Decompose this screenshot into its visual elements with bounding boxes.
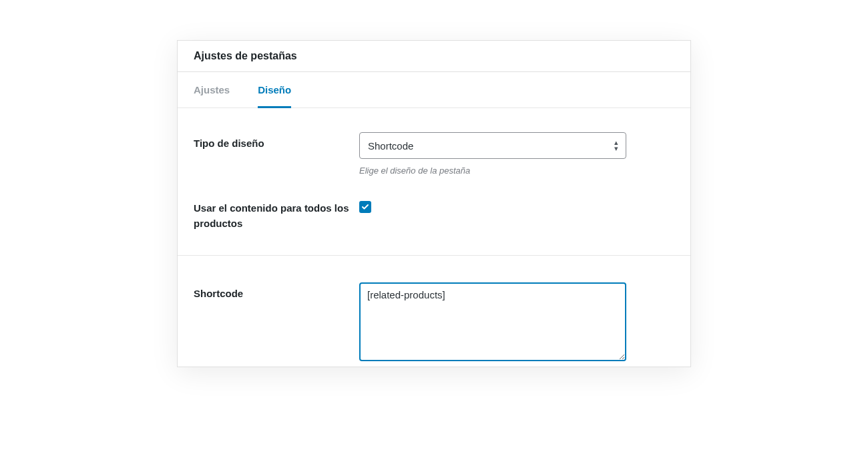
label-layout-type: Tipo de diseño: [194, 132, 359, 152]
use-all-checkbox[interactable]: [359, 201, 371, 213]
panel-title: Ajustes de pestañas: [178, 41, 690, 72]
form-section-shortcode: Shortcode: [178, 256, 690, 367]
field-use-all: [359, 197, 626, 213]
row-shortcode: Shortcode: [194, 282, 674, 364]
layout-type-select-wrap: Shortcode ▴▾: [359, 132, 626, 159]
field-layout-type: Shortcode ▴▾ Elige el diseño de la pesta…: [359, 132, 626, 176]
form-section-design: Tipo de diseño Shortcode ▴▾ Elige el dis…: [178, 108, 690, 255]
row-layout-type: Tipo de diseño Shortcode ▴▾ Elige el dis…: [194, 132, 674, 176]
shortcode-textarea[interactable]: [359, 282, 626, 361]
label-use-all: Usar el contenido para todos los product…: [194, 197, 359, 231]
layout-type-select[interactable]: Shortcode: [359, 132, 626, 159]
check-icon: [361, 203, 369, 211]
settings-panel: Ajustes de pestañas Ajustes Diseño Tipo …: [177, 40, 691, 367]
tab-diseno[interactable]: Diseño: [258, 72, 291, 108]
row-use-all: Usar el contenido para todos los product…: [194, 197, 674, 231]
tabs-bar: Ajustes Diseño: [178, 72, 690, 108]
tab-ajustes[interactable]: Ajustes: [194, 72, 230, 108]
label-shortcode: Shortcode: [194, 282, 359, 302]
layout-type-value: Shortcode: [368, 140, 413, 152]
field-shortcode: [359, 282, 626, 364]
layout-type-helper: Elige el diseño de la pestaña: [359, 166, 626, 176]
